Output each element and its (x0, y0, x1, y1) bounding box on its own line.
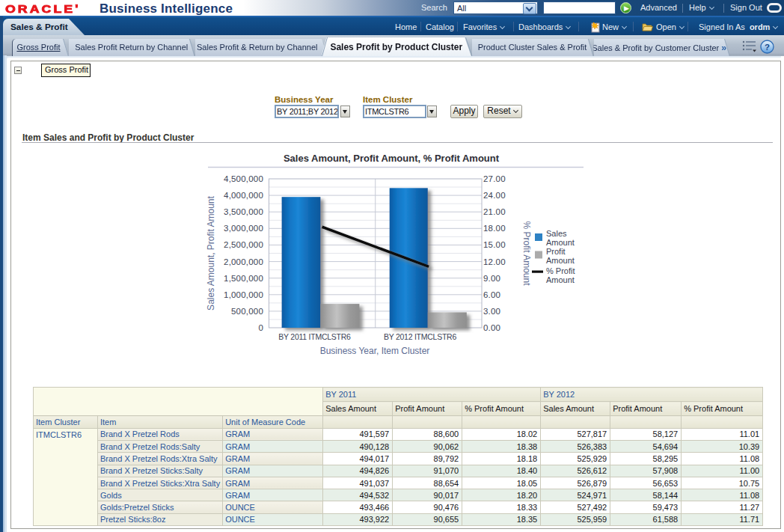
svg-text:Amount: Amount (546, 275, 575, 284)
svg-text:Sales: Sales (546, 229, 567, 238)
svg-text:Amount: Amount (546, 238, 575, 247)
svg-text:Profit: Profit (546, 247, 566, 256)
svg-text:% Profit: % Profit (546, 266, 575, 275)
svg-text:Amount: Amount (546, 256, 575, 265)
svg-text:1,000,000: 1,000,000 (224, 290, 263, 299)
svg-text:27.00: 27.00 (483, 174, 506, 183)
svg-text:BY 2012 ITMCLSTR6: BY 2012 ITMCLSTR6 (384, 332, 457, 341)
svg-text:4,000,000: 4,000,000 (224, 191, 263, 200)
svg-text:500,000: 500,000 (231, 307, 263, 316)
svg-text:24.00: 24.00 (483, 191, 506, 200)
svg-text:2,000,000: 2,000,000 (224, 257, 263, 266)
svg-text:15.00: 15.00 (483, 240, 506, 249)
svg-text:3.00: 3.00 (483, 307, 500, 316)
svg-text:Sales Amount, Profit Amount, %: Sales Amount, Profit Amount, % Profit Am… (284, 153, 500, 164)
svg-text:18.00: 18.00 (483, 224, 506, 233)
svg-text:1,500,000: 1,500,000 (224, 274, 263, 283)
svg-text:% Profit Amount: % Profit Amount (521, 221, 532, 286)
svg-text:12.00: 12.00 (483, 257, 506, 266)
svg-text:0.00: 0.00 (483, 323, 500, 332)
svg-text:21.00: 21.00 (483, 207, 506, 216)
svg-text:?: ? (765, 43, 770, 52)
svg-text:Business Year, Item Cluster: Business Year, Item Cluster (320, 346, 430, 356)
svg-text:Sales Amount, Profit Amount: Sales Amount, Profit Amount (206, 195, 216, 310)
svg-text:6.00: 6.00 (483, 290, 500, 299)
svg-text:2,500,000: 2,500,000 (224, 240, 263, 249)
svg-text:9.00: 9.00 (483, 274, 500, 283)
svg-text:4,500,000: 4,500,000 (224, 174, 263, 183)
svg-text:BY 2011 ITMCLSTR6: BY 2011 ITMCLSTR6 (278, 332, 351, 341)
svg-text:3,500,000: 3,500,000 (224, 207, 263, 216)
svg-text:3,000,000: 3,000,000 (224, 224, 263, 233)
svg-text:0: 0 (258, 323, 263, 332)
